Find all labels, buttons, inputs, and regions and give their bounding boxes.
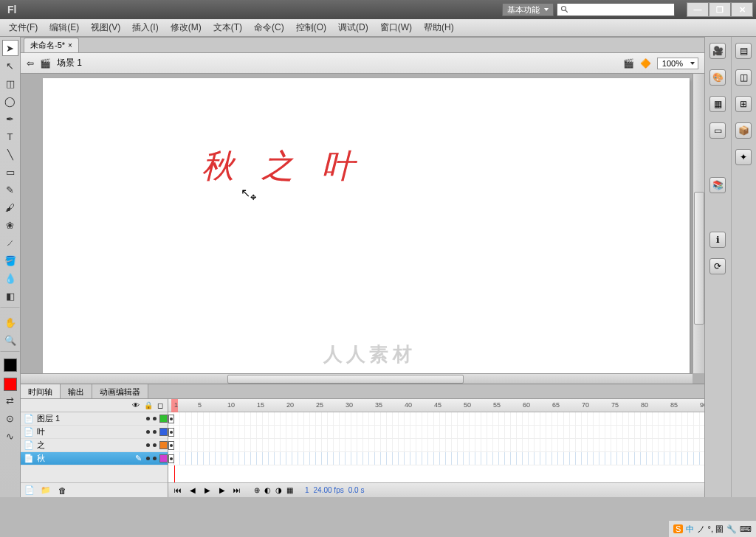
lock-dot[interactable]: [153, 443, 157, 447]
snap-tool[interactable]: ⊙: [2, 410, 18, 426]
horizontal-scrollbar[interactable]: [21, 373, 693, 384]
color-panel-icon[interactable]: 🎨: [709, 69, 726, 86]
menu-edit[interactable]: 编辑(E): [44, 21, 85, 34]
onion-skin-icon[interactable]: ◐: [264, 486, 271, 494]
fill-color-swatch[interactable]: [4, 378, 17, 391]
workspace-dropdown[interactable]: 基本功能: [502, 3, 554, 16]
edit-scene-icon[interactable]: 🎬: [623, 58, 634, 69]
menu-window[interactable]: 窗口(W): [374, 21, 418, 34]
deco-tool[interactable]: ❀: [2, 217, 18, 233]
menu-text[interactable]: 文本(T): [207, 21, 248, 34]
properties-panel-icon[interactable]: 🎥: [709, 43, 726, 59]
menu-file[interactable]: 文件(F): [3, 21, 44, 34]
close-button[interactable]: ✕: [731, 2, 753, 17]
frame-ruler[interactable]: 151015202530354045505560657075808590: [168, 399, 704, 412]
layer-row[interactable]: 📄叶: [21, 426, 168, 439]
swap-colors-icon[interactable]: ⇄: [2, 392, 18, 409]
outline-color-chip[interactable]: [159, 428, 168, 436]
bone-tool[interactable]: ⟋: [2, 235, 18, 251]
tab-timeline[interactable]: 时间轴: [21, 384, 61, 398]
subselect-tool[interactable]: ↖: [2, 58, 18, 74]
eyedropper-tool[interactable]: 💧: [2, 270, 18, 286]
paint-bucket-tool[interactable]: 🪣: [2, 252, 18, 268]
selection-tool[interactable]: ➤: [2, 40, 18, 56]
new-folder-button[interactable]: 📁: [40, 485, 52, 496]
swatches-panel-icon[interactable]: ▦: [709, 96, 726, 112]
visibility-dot[interactable]: [146, 457, 150, 460]
onion-outline-icon[interactable]: ◑: [275, 486, 282, 494]
outline-color-chip[interactable]: [159, 441, 168, 449]
new-layer-button[interactable]: 📄: [24, 485, 35, 496]
minimize-button[interactable]: —: [687, 2, 709, 17]
zoom-dropdown[interactable]: 100%: [657, 58, 698, 69]
document-tab[interactable]: 未命名-5* ×: [24, 38, 79, 52]
vertical-scrollbar[interactable]: [693, 74, 704, 373]
menu-insert[interactable]: 插入(I): [126, 21, 164, 34]
tab-motion-editor[interactable]: 动画编辑器: [92, 384, 148, 398]
lasso-tool[interactable]: ◯: [2, 93, 18, 109]
stroke-color-swatch[interactable]: [4, 358, 17, 372]
ime-indicator[interactable]: S: [673, 524, 683, 533]
tab-output[interactable]: 输出: [61, 384, 92, 398]
transform-panel-icon-2[interactable]: ◫: [735, 69, 752, 86]
menu-help[interactable]: 帮助(H): [418, 21, 460, 34]
keyframe[interactable]: [168, 415, 174, 423]
components-panel-icon[interactable]: ⊞: [735, 96, 752, 112]
frame-row[interactable]: [168, 412, 704, 426]
outline-color-chip[interactable]: [159, 415, 168, 423]
search-field[interactable]: [569, 5, 671, 14]
menu-control[interactable]: 控制(O): [290, 21, 332, 34]
library-panel-icon[interactable]: 📚: [709, 177, 726, 193]
ime-mode[interactable]: 中: [686, 524, 694, 535]
edit-symbols-icon[interactable]: 🔶: [640, 58, 651, 69]
back-icon[interactable]: ⇦: [27, 58, 34, 69]
visibility-header-icon[interactable]: 👁: [132, 401, 140, 409]
eraser-tool[interactable]: ◧: [2, 288, 18, 304]
lock-header-icon[interactable]: 🔒: [144, 401, 153, 409]
stage-text-object[interactable]: 秋 之 叶: [202, 145, 364, 188]
lock-dot[interactable]: [153, 417, 157, 420]
prev-frame-button[interactable]: ◀: [188, 485, 198, 496]
maximize-button[interactable]: ❐: [709, 2, 731, 17]
brush-tool[interactable]: 🖌: [2, 199, 18, 215]
frame-row[interactable]: [168, 439, 704, 452]
outline-color-chip[interactable]: [159, 454, 168, 462]
visibility-dot[interactable]: [146, 443, 150, 447]
rectangle-tool[interactable]: ▭: [2, 164, 18, 180]
center-frame-icon[interactable]: ⊕: [254, 486, 260, 494]
play-button[interactable]: ▶: [202, 485, 213, 496]
menu-view[interactable]: 视图(V): [85, 21, 126, 34]
pencil-tool[interactable]: ✎: [2, 181, 18, 198]
lock-dot[interactable]: [153, 430, 157, 434]
frame-rows[interactable]: [168, 412, 704, 482]
layer-row[interactable]: 📄秋✎: [21, 452, 168, 465]
text-tool[interactable]: T: [2, 128, 18, 145]
keyframe[interactable]: [168, 454, 174, 463]
hand-tool[interactable]: ✋: [2, 314, 18, 330]
edit-multiple-icon[interactable]: ▦: [286, 486, 293, 494]
lock-dot[interactable]: [153, 457, 157, 460]
free-transform-tool[interactable]: ◫: [2, 75, 18, 91]
keyframe[interactable]: [168, 428, 174, 437]
frame-row[interactable]: [168, 426, 704, 439]
close-tab-icon[interactable]: ×: [68, 41, 72, 49]
pen-tool[interactable]: ✒: [2, 111, 18, 127]
visibility-dot[interactable]: [146, 417, 150, 420]
stage-area[interactable]: 秋 之 叶 ↖✥ 人人素材: [21, 74, 704, 384]
menu-commands[interactable]: 命令(C): [248, 21, 290, 34]
align-panel-icon[interactable]: ▭: [709, 122, 726, 139]
menu-modify[interactable]: 修改(M): [165, 21, 207, 34]
motion-presets-icon[interactable]: ✦: [735, 149, 752, 165]
layer-row[interactable]: 📄之: [21, 439, 168, 452]
info-panel-icon[interactable]: ℹ: [709, 232, 726, 248]
outline-header-icon[interactable]: ◻: [157, 401, 163, 409]
next-frame-button[interactable]: ▶: [217, 485, 227, 496]
frame-row[interactable]: [168, 452, 704, 465]
zoom-tool[interactable]: 🔍: [2, 332, 18, 348]
first-frame-button[interactable]: ⏮: [173, 485, 183, 496]
smoothing-option[interactable]: ∿: [2, 428, 18, 444]
ime-tool-icon[interactable]: 🔧: [726, 524, 737, 534]
library-panel-icon-2[interactable]: 📦: [735, 122, 752, 139]
last-frame-button[interactable]: ⏭: [232, 485, 242, 496]
layer-row[interactable]: 📄图层 1: [21, 412, 168, 426]
